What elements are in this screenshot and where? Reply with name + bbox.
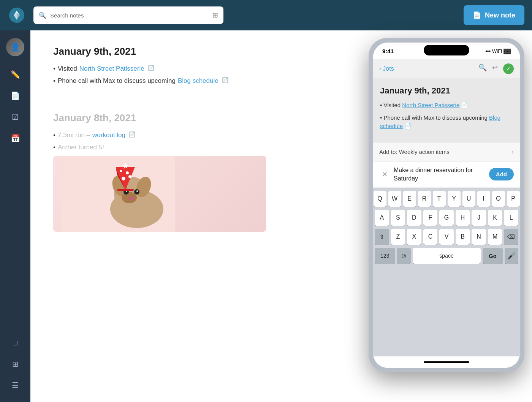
checklist-icon: ☑: [12, 112, 19, 122]
new-note-icon: 📄: [473, 11, 481, 19]
dog-image: [53, 156, 266, 232]
key-R[interactable]: R: [418, 191, 431, 207]
key-M[interactable]: M: [488, 229, 502, 245]
notes-icon: 📄: [11, 91, 20, 100]
chevron-down-icon: ›: [511, 148, 514, 156]
note1-item2-prefix: Phone call with Max to discuss upcoming: [58, 77, 176, 85]
phone-search-icon[interactable]: 🔍: [478, 63, 487, 74]
svg-point-17: [128, 175, 131, 178]
key-W[interactable]: W: [388, 191, 401, 207]
phone-note-item2: • Phone call with Max to discuss upcomin…: [380, 114, 513, 131]
key-E[interactable]: E: [403, 191, 416, 207]
phone-input-text[interactable]: Make a dinner reservation for Saturday: [394, 166, 485, 183]
key-space[interactable]: space: [413, 248, 481, 264]
sidebar-item-layout3[interactable]: ☰: [6, 376, 24, 394]
wifi-icon: WiFi: [492, 48, 502, 54]
calendar-icon: 📅: [11, 134, 20, 143]
sidebar-item-notes[interactable]: 📄: [6, 87, 24, 105]
phone-status-icons: ▪▪▪ WiFi ▓▓: [485, 48, 511, 54]
sidebar-item-layout1[interactable]: □: [6, 334, 24, 352]
key-shift[interactable]: ⇧: [375, 229, 389, 245]
note2-item1-prefix: 7.3mi run –: [58, 131, 90, 139]
phone-north-street-link[interactable]: North Street Patisserie: [402, 102, 459, 108]
key-S[interactable]: S: [391, 210, 405, 226]
signal-icon: ▪▪▪: [485, 48, 491, 54]
north-street-link[interactable]: North Street Patisserie: [79, 65, 144, 73]
key-O[interactable]: O: [492, 191, 505, 207]
key-Z[interactable]: Z: [391, 229, 405, 245]
phone-note-date: January 9th, 2021: [380, 86, 513, 96]
phone-bullet2: •: [380, 114, 383, 121]
note-ref-icon1: 📄: [148, 65, 154, 71]
key-emoji[interactable]: ☺: [397, 248, 411, 264]
sidebar-item-checklist[interactable]: ☑: [6, 108, 24, 126]
key-T[interactable]: T: [433, 191, 446, 207]
avatar-initials: 👤: [11, 43, 20, 52]
search-bar[interactable]: 🔍 ⊞: [33, 6, 223, 24]
topbar: 🔍 ⊞ 📄 New note: [0, 0, 532, 30]
phone-add-to-label: Add to: Weekly action items: [379, 149, 450, 155]
key-V[interactable]: V: [439, 229, 454, 245]
key-K[interactable]: K: [488, 210, 502, 226]
layout3-icon: ☰: [12, 381, 19, 390]
key-mic[interactable]: 🎤: [505, 248, 518, 264]
key-L[interactable]: L: [504, 210, 518, 226]
phone-time: 9:41: [382, 48, 394, 54]
bullet4: •: [53, 144, 55, 151]
key-Y[interactable]: Y: [448, 191, 461, 207]
new-note-button[interactable]: 📄 New note: [464, 5, 524, 25]
phone-input-row: ✕ Make a dinner reservation for Saturday…: [373, 161, 520, 188]
blog-schedule-link[interactable]: Blog schedule: [178, 77, 218, 85]
phone-home-bar: [373, 356, 520, 368]
bullet2: •: [53, 77, 55, 85]
svg-point-11: [128, 196, 135, 200]
phone-add-to-section[interactable]: Add to: Weekly action items ›: [373, 142, 520, 161]
note-ref-icon3: 📄: [129, 131, 135, 138]
key-U[interactable]: U: [462, 191, 475, 207]
sidebar-item-calendar[interactable]: 📅: [6, 129, 24, 147]
key-F[interactable]: F: [423, 210, 438, 226]
phone-add-button[interactable]: Add: [489, 168, 514, 180]
key-A[interactable]: A: [375, 210, 389, 226]
keyboard-row-2: A S D F G H J K L: [375, 210, 518, 226]
key-X[interactable]: X: [407, 229, 421, 245]
phone-sync-icon[interactable]: ✓: [503, 63, 514, 74]
key-G[interactable]: G: [439, 210, 454, 226]
key-P[interactable]: P: [507, 191, 520, 207]
key-go[interactable]: Go: [483, 248, 503, 264]
key-N[interactable]: N: [472, 229, 486, 245]
edit-icon: ✏️: [11, 70, 20, 79]
keyboard-row-1: Q W E R T Y U I O P: [375, 191, 518, 207]
phone-note-item1: • Visited North Street Patisserie 📄: [380, 101, 513, 110]
key-C[interactable]: C: [423, 229, 438, 245]
phone-undo-icon[interactable]: ↩: [492, 63, 498, 74]
key-H[interactable]: H: [456, 210, 470, 226]
bullet3: •: [53, 131, 55, 139]
key-D[interactable]: D: [407, 210, 421, 226]
key-123[interactable]: 123: [375, 248, 395, 264]
search-input[interactable]: [50, 12, 209, 19]
search-filter-icon[interactable]: ⊞: [212, 11, 218, 19]
sidebar-item-layout2[interactable]: ⊞: [6, 355, 24, 373]
avatar[interactable]: 👤: [6, 38, 24, 56]
workout-log-link[interactable]: workout log: [92, 131, 125, 139]
key-backspace[interactable]: ⌫: [504, 229, 518, 245]
dog-illustration: [61, 156, 175, 232]
key-J[interactable]: J: [472, 210, 486, 226]
new-note-label: New note: [485, 11, 515, 19]
note2-item2-text: Archer turned 5!: [58, 144, 104, 151]
key-I[interactable]: I: [477, 191, 490, 207]
phone-note-icon1: 📄: [461, 102, 468, 108]
svg-point-14: [122, 177, 125, 180]
phone-back-button[interactable]: ‹ Jots: [379, 65, 394, 72]
svg-point-8: [134, 189, 139, 195]
phone-note-area: January 9th, 2021 • Visited North Street…: [373, 78, 520, 142]
phone-nav-back-label: Jots: [383, 65, 394, 72]
key-Q[interactable]: Q: [374, 191, 386, 207]
phone-clear-button[interactable]: ✕: [379, 169, 390, 180]
phone-note-icon2: 📄: [404, 123, 412, 129]
sidebar-item-edit[interactable]: ✏️: [6, 65, 24, 84]
svg-point-15: [126, 171, 129, 174]
sidebar-bottom: □ ⊞ ☰: [6, 334, 24, 394]
key-B[interactable]: B: [456, 229, 470, 245]
